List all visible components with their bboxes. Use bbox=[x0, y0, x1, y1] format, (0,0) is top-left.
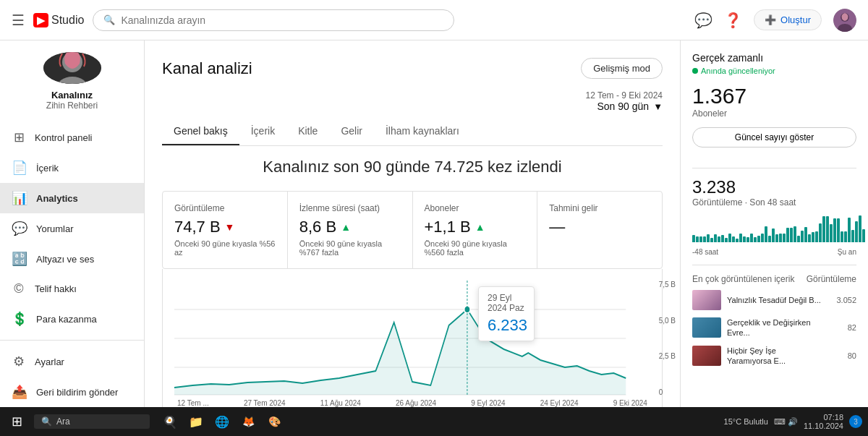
tabs: Genel bakış İçerik Kitle Gelir İlham kay… bbox=[162, 118, 663, 146]
sidebar-item-label: Yorumlar bbox=[36, 223, 74, 234]
mini-bar bbox=[786, 228, 789, 242]
content-icon: 📄 bbox=[12, 160, 27, 176]
sidebar-item-content[interactable]: 📄 İçerik bbox=[0, 153, 144, 183]
stat-number: +1,1 B bbox=[425, 218, 471, 236]
sidebar-item-comments[interactable]: 💬 Yorumlar bbox=[0, 213, 144, 244]
message-icon[interactable]: 💬 bbox=[694, 12, 712, 29]
realtime-subscribers-count: 1.367 bbox=[692, 84, 856, 108]
sidebar-nav: ⊞ Kontrol paneli 📄 İçerik 📊 Analytics 💬 … bbox=[0, 122, 144, 407]
y-label: 5,0 B bbox=[659, 317, 676, 325]
list-item[interactable]: Gerçeklik ve Değişirken Evre... 82 bbox=[692, 317, 856, 338]
chart-tooltip: 29 Eyl 2024 Paz 6.233 bbox=[478, 286, 535, 341]
chart-container: 7,5 B 5,0 B 2,5 B 0 29 Eyl 2024 Paz 6.23… bbox=[162, 269, 663, 407]
date-range-value-row: Son 90 gün ▼ bbox=[585, 101, 663, 112]
stat-number: 8,6 B bbox=[299, 218, 336, 236]
show-count-button[interactable]: Güncel sayıyı göster bbox=[692, 127, 856, 148]
chart-wrap: 7,5 B 5,0 B 2,5 B 0 29 Eyl 2024 Paz 6.23… bbox=[174, 281, 650, 396]
y-label: 7,5 B bbox=[659, 281, 676, 288]
sidebar-item-copyright[interactable]: © Telif hakkı bbox=[0, 274, 144, 304]
tab-revenue[interactable]: Gelir bbox=[329, 118, 374, 145]
stat-label: İzlenme süresi (saat) bbox=[299, 203, 401, 213]
create-icon: ➕ bbox=[765, 14, 776, 25]
chart-x-labels: 12 Tem ... 27 Tem 2024 11 Ağu 2024 26 Ağ… bbox=[174, 399, 650, 407]
hamburger-icon[interactable]: ☰ bbox=[12, 12, 25, 29]
stat-label: Görüntüleme bbox=[174, 203, 276, 213]
mini-bar bbox=[801, 231, 804, 242]
mini-bar bbox=[833, 218, 836, 242]
avatar[interactable] bbox=[833, 9, 856, 32]
content-title: Gerçeklik ve Değişirken Evre... bbox=[727, 317, 822, 338]
create-button[interactable]: ➕ Oluştur bbox=[754, 9, 822, 30]
list-item[interactable]: Hiçbir Şey İşe Yaramıyorsa E... 80 bbox=[692, 346, 856, 367]
mini-bar bbox=[761, 234, 764, 242]
mini-bar bbox=[707, 234, 710, 242]
mini-bar bbox=[714, 234, 717, 242]
topbar-right: 💬 ❓ ➕ Oluştur bbox=[694, 9, 856, 32]
arrow-down-icon: ▼ bbox=[225, 221, 235, 233]
content-views: 80 bbox=[827, 351, 856, 360]
channel-name: Kanalınız bbox=[51, 90, 93, 101]
topbar: ☰ ▶ Studio 🔍 💬 ❓ ➕ Oluştur bbox=[0, 0, 868, 40]
sidebar-item-subtitles[interactable]: 🔡 Altyazı ve ses bbox=[0, 244, 144, 274]
sidebar: Kanalınız Zihin Rehberi ⊞ Kontrol paneli… bbox=[0, 40, 145, 407]
mini-bar bbox=[855, 221, 858, 242]
sidebar-item-settings[interactable]: ⚙ Ayarlar bbox=[0, 346, 144, 377]
mini-bar bbox=[772, 228, 775, 242]
help-icon[interactable]: ❓ bbox=[724, 12, 742, 29]
sidebar-divider bbox=[0, 340, 144, 341]
sidebar-item-monetize[interactable]: 💲 Para kazanma bbox=[0, 304, 144, 334]
tab-content[interactable]: İçerik bbox=[239, 118, 286, 145]
create-label: Oluştur bbox=[780, 14, 811, 25]
svg-marker-10 bbox=[174, 309, 626, 395]
chart-left-label: -48 saat bbox=[692, 248, 718, 256]
page-header: Kanal analizi Gelişmiş mod bbox=[162, 58, 663, 79]
sidebar-item-feedback[interactable]: 📤 Geri bildirim gönder bbox=[0, 377, 144, 407]
mini-bar bbox=[739, 234, 742, 242]
mini-bar bbox=[732, 236, 735, 242]
x-label: 26 Ağu 2024 bbox=[396, 399, 436, 407]
tab-inspiration[interactable]: İlham kaynakları bbox=[374, 118, 471, 145]
tab-audience[interactable]: Kitle bbox=[286, 118, 329, 145]
sidebar-item-label: Kontrol paneli bbox=[35, 132, 93, 143]
advanced-mode-button[interactable]: Gelişmiş mod bbox=[581, 58, 663, 79]
stat-value: +1,1 B ▲ bbox=[425, 218, 526, 236]
search-icon: 🔍 bbox=[103, 14, 115, 25]
sidebar-item-dashboard[interactable]: ⊞ Kontrol paneli bbox=[0, 122, 144, 153]
mini-bar bbox=[721, 235, 724, 242]
channel-avatar[interactable] bbox=[43, 52, 101, 84]
topbar-left: ☰ ▶ Studio bbox=[12, 12, 84, 29]
tab-overview[interactable]: Genel bakış bbox=[162, 118, 239, 145]
main-content: Kanal analizi Gelişmiş mod 12 Tem - 9 Ek… bbox=[145, 40, 680, 407]
mini-bar bbox=[797, 236, 800, 242]
date-range-selector[interactable]: 12 Tem - 9 Eki 2024 Son 90 gün ▼ bbox=[585, 90, 663, 112]
stat-number: — bbox=[549, 218, 565, 236]
mini-bar bbox=[815, 231, 818, 242]
views-label: Görüntüleme · Son 48 saat bbox=[692, 197, 856, 208]
stat-change: Önceki 90 güne kıyasla %56 az bbox=[174, 239, 276, 257]
stat-change: Önceki 90 güne kıyasla %560 fazla bbox=[425, 239, 526, 257]
mini-bar bbox=[725, 238, 728, 242]
mini-bar bbox=[768, 236, 771, 242]
search-bar[interactable]: 🔍 bbox=[93, 9, 454, 31]
mini-bar bbox=[783, 234, 786, 242]
sidebar-item-analytics[interactable]: 📊 Analytics bbox=[0, 183, 144, 213]
mini-bar bbox=[754, 237, 757, 242]
line-chart bbox=[174, 281, 650, 396]
list-item[interactable]: Yalnızlık Tesadüf Değil B... 3.052 bbox=[692, 290, 856, 310]
arrow-up-icon: ▲ bbox=[341, 221, 351, 233]
stat-card-views: Görüntüleme 74,7 B ▼ Önceki 90 güne kıya… bbox=[163, 192, 288, 268]
mini-bar bbox=[804, 227, 807, 242]
channel-sub: Zihin Rehberi bbox=[46, 101, 98, 111]
mini-bar bbox=[859, 215, 861, 242]
mini-bar bbox=[696, 236, 699, 242]
top-content-label: En çok görüntülenen içerik bbox=[692, 274, 794, 284]
mini-bar bbox=[830, 224, 833, 242]
mini-bar bbox=[779, 234, 782, 242]
search-input[interactable] bbox=[121, 14, 443, 26]
mini-bar bbox=[746, 237, 749, 242]
mini-bar bbox=[775, 234, 778, 242]
mini-chart-labels: -48 saat Şu an bbox=[692, 248, 856, 256]
feedback-icon: 📤 bbox=[12, 384, 27, 400]
content-title: Yalnızlık Tesadüf Değil B... bbox=[727, 295, 822, 305]
y-label: 2,5 B bbox=[659, 352, 676, 360]
